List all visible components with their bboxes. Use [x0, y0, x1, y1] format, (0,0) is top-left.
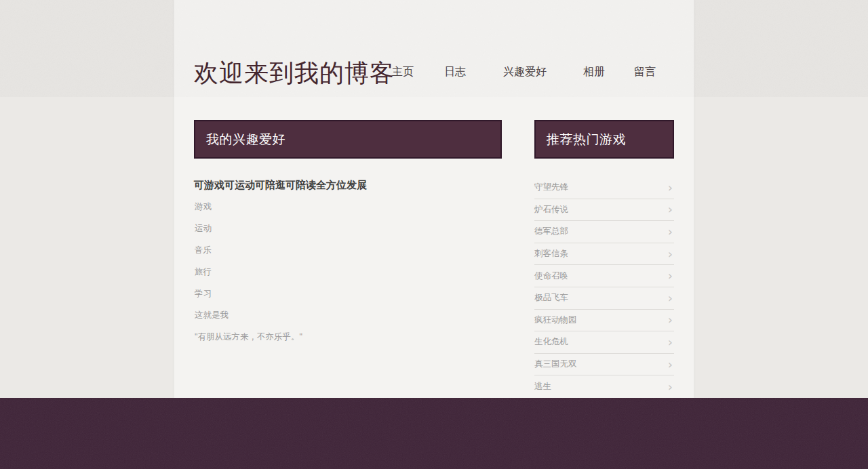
- game-label: 炉石传说: [534, 204, 568, 216]
- hobbies-banner: 我的兴趣爱好: [194, 120, 502, 159]
- chevron-right-icon: ›: [668, 292, 674, 304]
- game-list-item[interactable]: 使命召唤 ›: [534, 265, 674, 287]
- game-list-item[interactable]: 疯狂动物园 ›: [534, 310, 674, 332]
- footer: [0, 398, 868, 469]
- game-list-item[interactable]: 生化危机 ›: [534, 331, 674, 354]
- nav-item-hobbies[interactable]: 兴趣爱好: [503, 65, 547, 79]
- game-list-item[interactable]: 逃生 ›: [534, 375, 674, 398]
- game-label: 疯狂动物园: [534, 314, 577, 326]
- blog-page: 欢迎来到我的博客 主页 日志 兴趣爱好 相册 留言 我的兴趣爱好 可游戏可运动可…: [0, 0, 868, 469]
- game-label: 使命召唤: [534, 270, 568, 282]
- nav-item-home[interactable]: 主页: [392, 65, 414, 79]
- chevron-right-icon: ›: [668, 359, 674, 371]
- hobby-item: 学习: [195, 283, 502, 304]
- hobby-list: 游戏 运动 音乐 旅行 学习 这就是我 "有朋从远方来，不亦乐乎。": [195, 196, 502, 348]
- game-label: 生化危机: [534, 336, 568, 348]
- nav-item-album[interactable]: 相册: [583, 65, 605, 79]
- hobby-item: 旅行: [195, 261, 502, 283]
- hobby-item-quote: "有朋从远方来，不亦乐乎。": [195, 326, 502, 348]
- chevron-right-icon: ›: [668, 381, 674, 393]
- games-banner: 推荐热门游戏: [534, 120, 674, 159]
- game-label: 真三国无双: [534, 359, 577, 370]
- game-label: 守望先锋: [534, 182, 568, 193]
- hobby-item: 游戏: [195, 196, 502, 218]
- game-label: 逃生: [534, 381, 551, 392]
- nav-item-message[interactable]: 留言: [634, 65, 656, 79]
- texture-overlay: [0, 398, 868, 469]
- hobbies-banner-title: 我的兴趣爱好: [206, 131, 285, 148]
- chevron-right-icon: ›: [668, 314, 674, 326]
- hobby-item: 这就是我: [195, 304, 502, 326]
- chevron-right-icon: ›: [668, 226, 674, 238]
- game-list-item[interactable]: 刺客信条 ›: [534, 243, 674, 266]
- chevron-right-icon: ›: [668, 248, 674, 260]
- nav-item-journal[interactable]: 日志: [444, 65, 466, 79]
- game-label: 德军总部: [534, 226, 568, 237]
- page-title: 欢迎来到我的博客: [194, 57, 395, 90]
- game-list: 守望先锋 › 炉石传说 › 德军总部 › 刺客信条 › 使命召唤 › 极品飞车 …: [534, 177, 674, 398]
- game-label: 刺客信条: [534, 248, 568, 260]
- game-list-item[interactable]: 守望先锋 ›: [534, 177, 674, 199]
- game-list-item[interactable]: 极品飞车 ›: [534, 287, 674, 310]
- game-list-item[interactable]: 德军总部 ›: [534, 221, 674, 243]
- chevron-right-icon: ›: [668, 182, 674, 194]
- chevron-right-icon: ›: [668, 203, 674, 216]
- hobbies-heading: 可游戏可运动可陪逛可陪读全方位发展: [194, 179, 367, 192]
- games-banner-title: 推荐热门游戏: [547, 131, 626, 148]
- hobby-item: 运动: [195, 218, 502, 239]
- game-list-item[interactable]: 炉石传说 ›: [534, 199, 674, 222]
- chevron-right-icon: ›: [668, 336, 674, 348]
- hobby-item: 音乐: [195, 239, 502, 261]
- game-label: 极品飞车: [534, 292, 568, 304]
- game-list-item[interactable]: 真三国无双 ›: [534, 354, 674, 376]
- chevron-right-icon: ›: [668, 270, 674, 282]
